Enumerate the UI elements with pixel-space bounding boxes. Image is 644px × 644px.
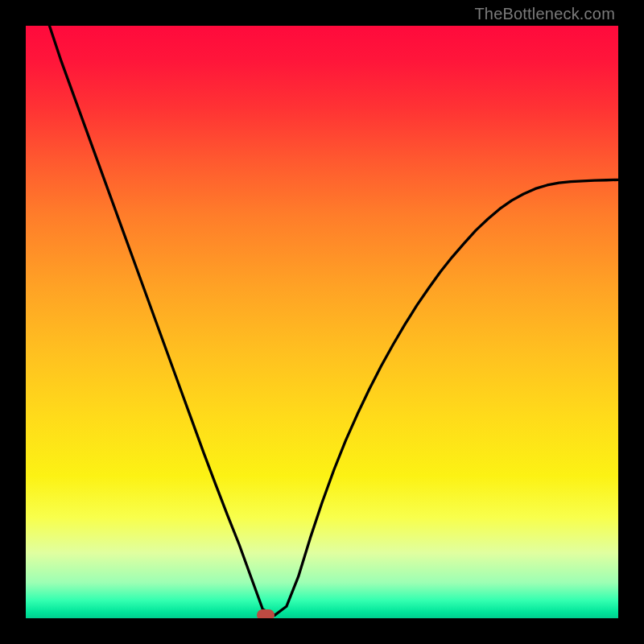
- plot-area: [26, 26, 618, 618]
- chart-frame: TheBottleneck.com: [0, 0, 644, 644]
- watermark-text: TheBottleneck.com: [474, 5, 615, 23]
- bottleneck-curve-path: [49, 26, 618, 615]
- minimum-marker: [257, 609, 275, 618]
- curve-svg: [26, 26, 618, 618]
